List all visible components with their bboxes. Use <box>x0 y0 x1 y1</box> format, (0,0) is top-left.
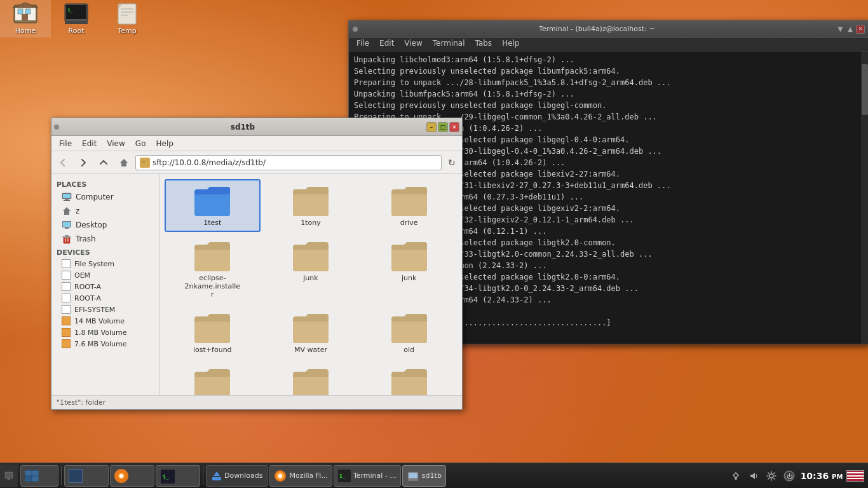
sidebar-device-oem[interactable]: OEM <box>51 269 159 281</box>
svg-text:$_: $_ <box>339 473 346 479</box>
taskbar-app-thumbnail3[interactable]: $_ <box>156 465 200 487</box>
svg-text:⏻: ⏻ <box>787 473 793 480</box>
sidebar-device-7mb[interactable]: 7.6 MB Volume <box>51 338 159 349</box>
fm-maximize-button[interactable]: □ <box>438 122 448 132</box>
sidebar-device-filesystem[interactable]: File System <box>51 258 159 269</box>
sidebar-device-root-a2[interactable]: ROOT-A <box>51 292 159 304</box>
file-item-junk1[interactable]: junk <box>263 234 359 304</box>
sidebar-1mb-label: 1.8 MB Volume <box>74 329 126 337</box>
sidebar-device-root-a1[interactable]: ROOT-A <box>51 281 159 292</box>
fm-menu-file[interactable]: File <box>54 138 77 149</box>
file-item-extra2[interactable] <box>361 362 457 395</box>
terminal-scrollbar-thumb[interactable] <box>862 64 868 115</box>
sidebar-item-computer[interactable]: Computer <box>51 190 159 204</box>
trash-sidebar-icon <box>62 234 72 244</box>
svg-rect-10 <box>118 4 136 24</box>
svg-rect-32 <box>8 478 10 480</box>
taskbar-app-thumbnail2[interactable] <box>110 465 154 487</box>
sidebar-device-14mb[interactable]: 14 MB Volume <box>51 315 159 327</box>
file-item-old[interactable]: old <box>361 306 457 359</box>
desktop-icon-home[interactable]: Home <box>0 0 51 37</box>
fm-home-button[interactable] <box>115 154 133 172</box>
fm-forward-button[interactable] <box>74 154 92 172</box>
downloads-button[interactable]: Downloads <box>206 465 268 487</box>
fm-title-dot <box>54 125 59 130</box>
root-a2-icon <box>62 294 71 302</box>
terminal-menu-edit[interactable]: Edit <box>374 37 399 51</box>
network-icon[interactable] <box>728 468 743 484</box>
desktop-icon-temp[interactable]: Temp <box>102 0 153 37</box>
file-item-eclipse[interactable]: eclipse-2nkame.installer <box>165 234 261 304</box>
terminal-title: Terminal - (bull4a)z@localhost: ~ <box>358 25 836 33</box>
file-manager-titlebar[interactable]: sd1tb – □ ✕ <box>51 118 462 136</box>
downloads-label: Downloads <box>224 471 262 480</box>
fm-address-text: sftp://10.0.0.8/media/z/sd1tb/ <box>153 158 437 167</box>
sidebar-trash-label: Trash <box>76 234 96 243</box>
sidebar-item-z[interactable]: z <box>51 204 159 218</box>
file-item-1tony[interactable]: 1tony <box>263 179 359 232</box>
sidebar-item-desktop[interactable]: Desktop <box>51 218 159 232</box>
file-item-1test[interactable]: 1test <box>165 179 261 232</box>
terminal-titlebar[interactable]: Terminal - (bull4a)z@localhost: ~ ▼ ▲ ✕ <box>349 21 868 37</box>
svg-rect-19 <box>63 194 71 198</box>
fm-menu-go[interactable]: Go <box>130 138 151 149</box>
terminal-menu-tabs[interactable]: Tabs <box>470 37 498 51</box>
svg-point-53 <box>735 477 737 480</box>
terminal-menu-help[interactable]: Help <box>497 37 524 51</box>
sd1tb-taskbar-icon <box>407 470 419 482</box>
terminal-scrollbar[interactable] <box>861 51 868 344</box>
temp-icon-label: Temp <box>118 27 136 35</box>
sidebar-device-efi[interactable]: EFI-SYSTEM <box>51 304 159 315</box>
terminal-menu-view[interactable]: View <box>399 37 427 51</box>
terminal-menu-file[interactable]: File <box>351 37 374 51</box>
firefox-icon <box>114 469 128 483</box>
fm-up-button[interactable] <box>95 154 112 172</box>
show-desktop-icon <box>4 471 13 480</box>
fm-menu-view[interactable]: View <box>102 138 130 149</box>
fm-close-button[interactable]: ✕ <box>449 122 459 132</box>
file-item-extra1[interactable] <box>263 362 359 395</box>
svg-rect-31 <box>5 472 13 478</box>
folder-icon-mv-water <box>292 311 330 344</box>
fm-menu-edit[interactable]: Edit <box>77 138 102 149</box>
volume-icon[interactable] <box>746 468 761 484</box>
sidebar-z-label: z <box>76 207 79 215</box>
terminal-menu-terminal[interactable]: Terminal <box>428 37 470 51</box>
svg-rect-34 <box>25 470 32 475</box>
file-item-junk2[interactable]: junk <box>361 234 457 304</box>
fm-address-bar[interactable]: sftp://10.0.0.8/media/z/sd1tb/ <box>135 155 442 170</box>
clock-time-digits: 10:36 <box>801 471 829 481</box>
fm-back-button[interactable] <box>54 154 72 172</box>
svg-marker-54 <box>750 473 755 479</box>
file-item-lost-found[interactable]: lost+found <box>165 306 261 359</box>
fm-window-controls: – □ ✕ <box>426 122 459 132</box>
file-item-mv-water[interactable]: MV water <box>263 306 359 359</box>
taskbar-app-thumbnail1[interactable] <box>64 465 109 487</box>
fm-menu-help[interactable]: Help <box>151 138 178 149</box>
folder-icon-old <box>390 311 428 344</box>
sidebar-device-1mb[interactable]: 1.8 MB Volume <box>51 327 159 338</box>
taskbar-firefox-button[interactable]: Mozilla Fi... <box>269 465 332 487</box>
fm-refresh-button[interactable]: ↻ <box>444 155 459 170</box>
desktop-icon-root[interactable]: $_ Root <box>51 0 102 37</box>
settings-icon[interactable] <box>764 468 779 484</box>
taskbar-pager-1[interactable] <box>20 465 58 487</box>
taskbar-apps: $_ Downloads Mozilla Fi... $_ <box>18 465 724 487</box>
terminal-taskbar-icon: $_ <box>338 470 351 482</box>
sidebar-item-trash[interactable]: Trash <box>51 232 159 246</box>
fm-address-icon <box>140 158 150 168</box>
taskbar-sd1tb-button[interactable]: sd1tb <box>402 465 446 487</box>
taskbar-terminal-button[interactable]: $_ Terminal - ... <box>334 465 401 487</box>
power-icon[interactable]: ⏻ <box>782 468 797 484</box>
file-item-phone1pic[interactable]: phone1pic <box>165 362 261 395</box>
file-item-drive[interactable]: drive <box>361 179 457 232</box>
terminal-close-button[interactable]: ✕ <box>856 25 865 34</box>
language-flag[interactable] <box>846 470 864 482</box>
file-manager-body: Places Computer z <box>51 174 462 395</box>
file-name-old: old <box>403 346 414 354</box>
fm-minimize-button[interactable]: – <box>426 122 437 132</box>
svg-point-40 <box>119 474 123 478</box>
show-desktop-button[interactable] <box>0 464 18 487</box>
svg-marker-15 <box>120 159 128 166</box>
oem-icon <box>62 271 71 280</box>
